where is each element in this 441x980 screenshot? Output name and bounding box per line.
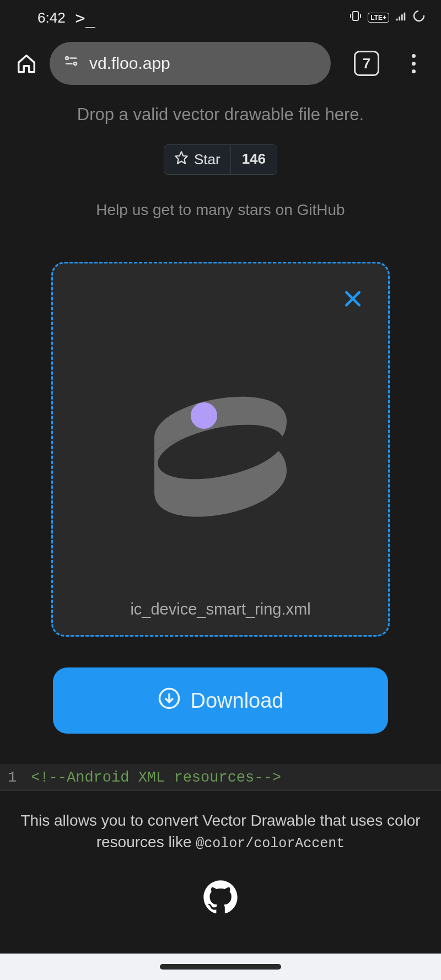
star-icon — [174, 150, 189, 169]
drop-hint-text: Drop a valid vector drawable file here. — [13, 105, 428, 125]
svg-marker-6 — [175, 152, 187, 164]
url-text: vd.floo.app — [89, 54, 170, 73]
overflow-menu-button[interactable] — [400, 50, 427, 77]
nav-pill[interactable] — [160, 964, 281, 970]
svg-point-5 — [74, 62, 77, 65]
tabs-button[interactable]: 7 — [354, 51, 379, 76]
code-block: 1 <!--Android XML resources--> — [0, 764, 441, 791]
lte-badge: LTE+ — [368, 13, 389, 23]
code-content: <!--Android XML resources--> — [31, 769, 281, 786]
svg-rect-0 — [353, 12, 358, 20]
download-icon — [158, 687, 181, 715]
github-star-button[interactable]: Star 146 — [164, 144, 277, 175]
close-button[interactable] — [342, 288, 364, 310]
tab-count: 7 — [363, 55, 370, 72]
signal-icon — [395, 9, 407, 26]
star-label: Star — [194, 151, 220, 168]
github-icon — [203, 880, 238, 917]
home-button[interactable] — [13, 50, 40, 77]
svg-point-2 — [66, 57, 68, 60]
svg-point-10 — [191, 402, 217, 429]
help-text: Help us get to many stars on GitHub — [13, 201, 428, 219]
svg-point-1 — [414, 11, 424, 21]
filename-label: ic_device_smart_ring.xml — [130, 600, 310, 635]
clock-time: 6:42 — [37, 9, 66, 26]
description-text: This allows you to convert Vector Drawab… — [13, 810, 428, 853]
download-label: Download — [191, 689, 284, 713]
system-nav-bar — [0, 954, 441, 980]
drop-zone[interactable]: ic_device_smart_ring.xml — [51, 262, 390, 637]
site-settings-icon[interactable] — [63, 54, 79, 73]
status-bar: 6:42 >_ LTE+ — [0, 0, 441, 33]
terminal-icon: >_ — [76, 8, 95, 28]
vibrate-icon — [349, 9, 362, 26]
url-bar[interactable]: vd.floo.app — [50, 42, 331, 85]
loading-spinner-icon — [412, 9, 426, 26]
star-count: 146 — [231, 145, 277, 174]
vector-preview — [53, 263, 388, 600]
download-button[interactable]: Download — [53, 667, 388, 734]
browser-toolbar: vd.floo.app 7 — [0, 33, 441, 100]
line-number: 1 — [0, 769, 31, 786]
github-link[interactable] — [13, 880, 428, 917]
